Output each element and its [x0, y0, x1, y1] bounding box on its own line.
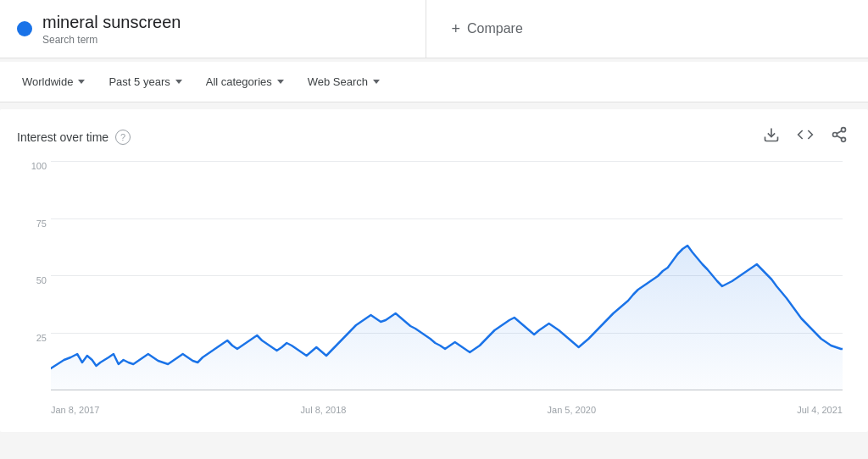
chart-title: Interest over time: [17, 130, 108, 144]
x-axis: Jan 8, 2017 Jul 8, 2018 Jan 5, 2020 Jul …: [51, 390, 843, 415]
search-term-name: mineral sunscreen: [42, 12, 181, 32]
y-axis: 100 75 50 25: [17, 161, 47, 390]
compare-box[interactable]: + Compare: [426, 0, 869, 58]
help-icon[interactable]: ?: [115, 130, 131, 145]
y-label-75: 75: [17, 218, 47, 229]
chart-title-group: Interest over time ?: [17, 130, 131, 145]
share-button[interactable]: [827, 123, 851, 151]
x-label-jan2020: Jan 5, 2020: [548, 405, 597, 415]
main-container: mineral sunscreen Search term + Compare …: [0, 0, 868, 459]
filter-category-label: All categories: [206, 75, 272, 88]
filter-location[interactable]: Worldwide: [14, 70, 93, 93]
svg-point-2: [833, 133, 837, 137]
chevron-down-icon: [373, 80, 380, 84]
chevron-down-icon: [277, 80, 284, 84]
chart-section: Interest over time ?: [0, 109, 868, 432]
svg-point-1: [842, 128, 846, 132]
filter-category[interactable]: All categories: [198, 70, 292, 93]
chart-line-svg: [51, 161, 843, 390]
chart-header: Interest over time ?: [17, 123, 851, 151]
y-label-25: 25: [17, 333, 47, 343]
compare-plus-icon: +: [452, 20, 461, 38]
x-label-jul2021: Jul 4, 2021: [797, 405, 843, 415]
filter-timerange[interactable]: Past 5 years: [100, 70, 190, 93]
y-label-50: 50: [17, 275, 47, 285]
x-label-jul2018: Jul 8, 2018: [301, 405, 347, 415]
filter-searchtype[interactable]: Web Search: [299, 70, 388, 93]
search-term-text: mineral sunscreen Search term: [42, 12, 181, 46]
chart-actions: [760, 123, 851, 151]
search-term-dot: [17, 21, 32, 36]
chevron-down-icon: [175, 80, 182, 84]
search-term-type: Search term: [42, 34, 181, 46]
y-label-100: 100: [17, 161, 47, 171]
chevron-down-icon: [78, 80, 85, 84]
filter-searchtype-label: Web Search: [308, 75, 368, 88]
compare-label: Compare: [467, 21, 523, 36]
download-button[interactable]: [760, 123, 783, 151]
svg-line-5: [837, 130, 842, 133]
filter-bar: Worldwide Past 5 years All categories We…: [0, 62, 868, 102]
filter-timerange-label: Past 5 years: [108, 75, 170, 88]
svg-line-4: [837, 135, 842, 138]
header-section: mineral sunscreen Search term + Compare: [0, 0, 868, 58]
filter-location-label: Worldwide: [22, 75, 73, 88]
x-label-jan2017: Jan 8, 2017: [51, 405, 100, 415]
embed-button[interactable]: [793, 123, 817, 151]
chart-area: 100 75 50 25: [51, 161, 843, 415]
svg-point-3: [842, 137, 846, 141]
search-term-box: mineral sunscreen Search term: [0, 0, 426, 58]
